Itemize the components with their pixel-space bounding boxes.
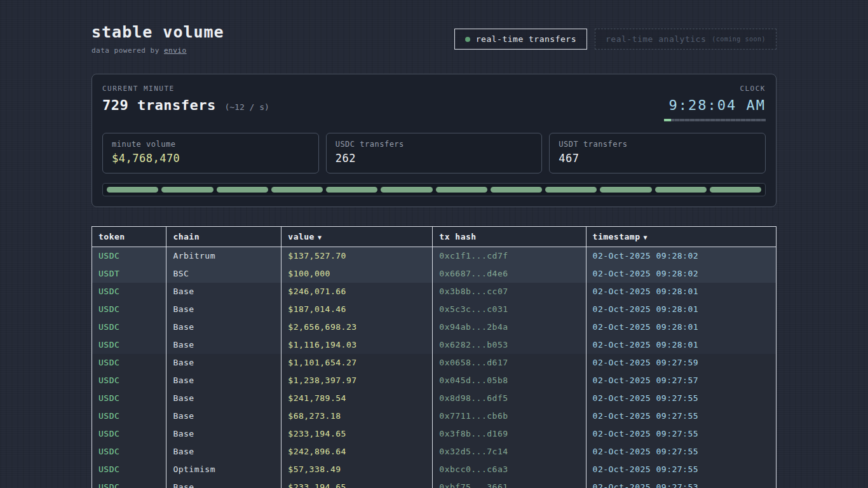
cell-chain: Base <box>166 407 281 425</box>
minute-segment <box>271 187 323 193</box>
table-row[interactable]: USDCBase$2,656,698.230x94ab...2b4a02-Oct… <box>92 318 776 336</box>
cell-timestamp: 02-Oct-2025 09:27:55 <box>586 425 776 443</box>
table-header: token chain value▼ tx hash timestamp▼ <box>92 227 776 247</box>
table-row[interactable]: USDCBase$246,071.660x3b8b...cc0702-Oct-2… <box>92 283 776 301</box>
cell-chain: Base <box>166 283 281 301</box>
current-minute-label: CURRENT MINUTE <box>102 85 269 93</box>
cell-chain: BSC <box>166 265 281 283</box>
cell-token: USDC <box>92 443 166 461</box>
table-row[interactable]: USDCBase$1,238,397.970x045d...05b802-Oct… <box>92 372 776 390</box>
cell-token: USDC <box>92 318 166 336</box>
clock-time: 9:28:04 AM <box>664 97 766 113</box>
clock-progress-fill <box>664 119 671 121</box>
transfers-count: 729 transfers (~12 / s) <box>102 97 269 113</box>
minute-segment <box>381 187 432 193</box>
cell-hash[interactable]: 0xbcc0...c6a3 <box>433 461 586 478</box>
cell-token: USDC <box>92 407 166 425</box>
minute-segment <box>217 187 268 193</box>
cell-hash[interactable]: 0xc1f1...cd7f <box>433 247 586 265</box>
column-header-chain[interactable]: chain <box>166 227 281 247</box>
cell-value: $233,194.65 <box>281 478 433 488</box>
cell-token: USDC <box>92 354 166 372</box>
cell-hash[interactable]: 0x045d...05b8 <box>433 372 586 390</box>
cell-chain: Base <box>166 478 281 488</box>
usdt-transfers-card: USDT transfers 467 <box>549 133 766 173</box>
cell-hash[interactable]: 0x32d5...7c14 <box>433 443 586 461</box>
cell-hash[interactable]: 0x6687...d4e6 <box>433 265 586 283</box>
table-row[interactable]: USDCBase$233,194.650xbf75...366102-Oct-2… <box>92 478 776 488</box>
minute-segment <box>600 187 651 193</box>
cell-value: $2,656,698.23 <box>281 318 433 336</box>
tab-real-time-analytics: real-time analytics (coming soon) <box>595 29 776 50</box>
view-tabs: real-time transfers real-time analytics … <box>454 29 776 50</box>
cell-hash[interactable]: 0xbf75...3661 <box>433 478 586 488</box>
current-minute-card: CURRENT MINUTE 729 transfers (~12 / s) C… <box>92 74 776 207</box>
cell-hash[interactable]: 0x8d98...6df5 <box>433 390 586 407</box>
column-header-token[interactable]: token <box>92 227 166 247</box>
table-row[interactable]: USDCBase$233,194.650x3f8b...d16902-Oct-2… <box>92 425 776 443</box>
transfers-block: CURRENT MINUTE 729 transfers (~12 / s) <box>102 85 269 113</box>
envio-link[interactable]: envio <box>164 46 187 55</box>
transfers-rate: (~12 / s) <box>224 102 269 112</box>
cell-token: USDC <box>92 478 166 488</box>
cell-timestamp: 02-Oct-2025 09:27:55 <box>586 390 776 407</box>
cell-value: $241,789.54 <box>281 390 433 407</box>
cell-timestamp: 02-Oct-2025 09:27:53 <box>586 478 776 488</box>
table-row[interactable]: USDCBase$241,789.540x8d98...6df502-Oct-2… <box>92 390 776 407</box>
minute-volume-label: minute volume <box>112 140 309 149</box>
tab-analytics-label: real-time analytics <box>606 34 706 44</box>
cell-hash[interactable]: 0x3b8b...cc07 <box>433 283 586 301</box>
minute-volume-card: minute volume $4,768,470 <box>102 133 319 173</box>
cell-value: $100,000 <box>281 265 433 283</box>
table-row[interactable]: USDCBase$187,014.460x5c3c...c03102-Oct-2… <box>92 301 776 318</box>
column-header-value[interactable]: value▼ <box>281 227 433 247</box>
column-header-tx-hash[interactable]: tx hash <box>433 227 586 247</box>
cell-hash[interactable]: 0x0658...d617 <box>433 354 586 372</box>
cell-timestamp: 02-Oct-2025 09:28:01 <box>586 301 776 318</box>
cell-timestamp: 02-Oct-2025 09:27:55 <box>586 443 776 461</box>
minute-volume-value: $4,768,470 <box>112 152 309 165</box>
header: stable volume data powered by envio real… <box>92 23 776 55</box>
table-row[interactable]: USDCBase$1,101,654.270x0658...d61702-Oct… <box>92 354 776 372</box>
cell-token: USDT <box>92 265 166 283</box>
cell-token: USDC <box>92 461 166 478</box>
cell-timestamp: 02-Oct-2025 09:28:01 <box>586 336 776 354</box>
cell-value: $1,116,194.03 <box>281 336 433 354</box>
clock-label: CLOCK <box>664 85 766 93</box>
sort-desc-icon: ▼ <box>644 234 648 241</box>
table-row[interactable]: USDCOptimism$57,338.490xbcc0...c6a302-Oc… <box>92 461 776 478</box>
cell-chain: Base <box>166 390 281 407</box>
table-row[interactable]: USDCBase$1,116,194.030x6282...b05302-Oct… <box>92 336 776 354</box>
tab-real-time-transfers[interactable]: real-time transfers <box>454 29 587 50</box>
cell-timestamp: 02-Oct-2025 09:28:02 <box>586 247 776 265</box>
cell-token: USDC <box>92 336 166 354</box>
cell-chain: Arbitrum <box>166 247 281 265</box>
stats-top-row: CURRENT MINUTE 729 transfers (~12 / s) C… <box>102 85 766 121</box>
minute-segments <box>102 183 766 196</box>
minute-segment <box>545 187 597 193</box>
cell-hash[interactable]: 0x94ab...2b4a <box>433 318 586 336</box>
cell-value: $242,896.64 <box>281 443 433 461</box>
page: stable volume data powered by envio real… <box>92 0 776 488</box>
cell-timestamp: 02-Oct-2025 09:27:55 <box>586 407 776 425</box>
table-row[interactable]: USDCArbitrum$137,527.700xc1f1...cd7f02-O… <box>92 247 776 265</box>
cell-value: $233,194.65 <box>281 425 433 443</box>
column-header-timestamp[interactable]: timestamp▼ <box>586 227 776 247</box>
table-row[interactable]: USDCBase$242,896.640x32d5...7c1402-Oct-2… <box>92 443 776 461</box>
cell-value: $68,273.18 <box>281 407 433 425</box>
cell-timestamp: 02-Oct-2025 09:28:01 <box>586 283 776 301</box>
sort-desc-icon: ▼ <box>318 234 322 241</box>
powered-by: data powered by envio <box>92 46 224 55</box>
cell-value: $1,101,654.27 <box>281 354 433 372</box>
cell-token: USDC <box>92 372 166 390</box>
usdc-transfers-card: USDC transfers 262 <box>326 133 543 173</box>
table-row[interactable]: USDTBSC$100,0000x6687...d4e602-Oct-2025 … <box>92 265 776 283</box>
table-row[interactable]: USDCBase$68,273.180x7711...cb6b02-Oct-20… <box>92 407 776 425</box>
cell-hash[interactable]: 0x7711...cb6b <box>433 407 586 425</box>
cell-hash[interactable]: 0x5c3c...c031 <box>433 301 586 318</box>
cell-chain: Base <box>166 372 281 390</box>
clock-block: CLOCK 9:28:04 AM <box>664 85 766 121</box>
cell-hash[interactable]: 0x3f8b...d169 <box>433 425 586 443</box>
cell-hash[interactable]: 0x6282...b053 <box>433 336 586 354</box>
cell-token: USDC <box>92 247 166 265</box>
